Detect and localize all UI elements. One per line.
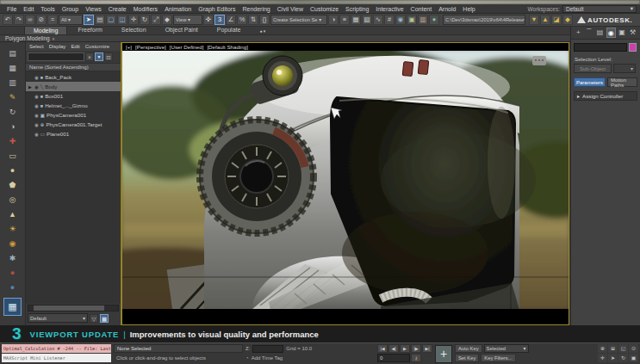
angle-snap-icon[interactable]: ∠ bbox=[226, 15, 236, 25]
sphere-primitive-icon[interactable]: ● bbox=[6, 164, 19, 177]
object-color-swatch[interactable] bbox=[629, 43, 637, 52]
orbit-icon[interactable]: ↻ bbox=[618, 354, 628, 362]
red-material-icon[interactable]: ● bbox=[6, 267, 19, 280]
pan-icon[interactable]: ✛ bbox=[598, 354, 607, 362]
explorer-menu-select[interactable]: Select bbox=[29, 44, 44, 49]
rendered-frame-icon[interactable]: ▥ bbox=[418, 15, 428, 25]
hierarchy-tab-icon[interactable]: ▤ bbox=[595, 28, 605, 38]
workspaces-dropdown[interactable]: Default ▾ bbox=[562, 5, 637, 13]
listener-line[interactable]: MAXScript Mini Listener bbox=[2, 354, 111, 362]
curve-editor-icon[interactable]: ∿ bbox=[373, 15, 383, 25]
undo-icon[interactable]: ↶ bbox=[3, 15, 13, 25]
menu-item[interactable]: Create bbox=[105, 6, 130, 12]
explorer-row-back-pack[interactable]: ◉ ■ Back_Pack bbox=[26, 72, 121, 82]
project-folder-dropdown[interactable]: C:\Dev\3dsmax\2019\x64\4Release ▾ bbox=[443, 15, 525, 25]
select-rotate-icon[interactable]: ↻ bbox=[140, 15, 150, 25]
menu-item[interactable]: Content bbox=[407, 6, 436, 12]
explorer-row-box001[interactable]: ◉ ■ Box001 bbox=[26, 91, 121, 101]
ribbon-panel-bar[interactable]: Polygon Modeling ▾ bbox=[0, 35, 570, 42]
zoom-all-icon[interactable]: ⊞ bbox=[608, 344, 618, 353]
delete-preset-icon[interactable]: ▽ bbox=[90, 314, 98, 323]
explorer-row-body[interactable]: ▶ ◉ ╲ Body bbox=[26, 82, 121, 91]
explorer-row-helmet-gizmo[interactable]: ◉ ■ Helmet_..._Gizmo bbox=[26, 101, 121, 110]
next-frame-button[interactable]: |▶ bbox=[411, 344, 421, 353]
ribbon-tab[interactable]: Selection bbox=[113, 26, 155, 34]
menu-item[interactable]: Customize bbox=[307, 6, 342, 12]
delete-icon[interactable]: ✚ bbox=[6, 135, 19, 148]
layer-manager-icon[interactable]: ▦ bbox=[351, 15, 361, 25]
viewport-shading-menu[interactable]: [Default Shading] bbox=[207, 44, 247, 50]
menu-item[interactable]: Scripting bbox=[342, 6, 372, 12]
viewport-canvas[interactable] bbox=[122, 51, 569, 309]
container-explorer-icon[interactable]: ▥ bbox=[6, 77, 19, 89]
menu-item[interactable]: Views bbox=[82, 6, 105, 12]
explorer-row-physcamera001[interactable]: ◉ ▣ PhysCamera001 bbox=[26, 110, 121, 120]
menu-item[interactable]: Interactive bbox=[372, 6, 407, 12]
zoom-extents-icon[interactable]: ◱ bbox=[618, 344, 628, 353]
reference-coordinate-dropdown[interactable]: View ▾ bbox=[173, 15, 202, 25]
menu-item[interactable]: Edit bbox=[20, 6, 37, 12]
layer-explorer-icon[interactable]: ▦ bbox=[6, 62, 19, 75]
macro-recorder-line[interactable]: Optimal_Calculation # -244 -- File: Last bbox=[2, 344, 111, 353]
previous-frame-button[interactable]: ◀| bbox=[388, 344, 399, 353]
blue-material-icon[interactable]: ● bbox=[6, 281, 19, 294]
menu-item[interactable]: File bbox=[3, 6, 20, 12]
scrollbar-thumb[interactable] bbox=[34, 305, 104, 311]
redo-icon[interactable]: ↷ bbox=[14, 15, 24, 25]
auto-key-button[interactable]: Auto Key bbox=[455, 344, 482, 353]
isolate-selection-button[interactable]: + bbox=[435, 345, 452, 363]
menu-item[interactable]: Civil View bbox=[274, 6, 307, 12]
sub-object-dropdown[interactable]: ▾ bbox=[613, 64, 636, 73]
object-name-field[interactable] bbox=[574, 43, 627, 52]
schematic-view-icon[interactable]: # bbox=[384, 15, 395, 25]
select-by-name-icon[interactable]: ▤ bbox=[95, 15, 105, 25]
render-setup-icon[interactable]: ▣ bbox=[407, 15, 417, 25]
cone-primitive-icon[interactable]: ▲ bbox=[6, 208, 19, 221]
menu-item[interactable]: Tools bbox=[37, 6, 58, 12]
motion-paths-button[interactable]: Motion Paths bbox=[607, 77, 637, 87]
torus-primitive-icon[interactable]: ◎ bbox=[6, 194, 19, 207]
viewport-general-menu[interactable]: [+] bbox=[126, 44, 132, 50]
key-mode-toggle-icon[interactable]: ⚷ bbox=[411, 354, 421, 362]
explorer-search-input[interactable] bbox=[28, 52, 84, 61]
visibility-eye-icon[interactable]: ◉ bbox=[34, 122, 39, 127]
visibility-eye-icon[interactable]: ◉ bbox=[34, 84, 39, 89]
percent-snap-icon[interactable]: % bbox=[237, 15, 247, 25]
z-coordinate-field[interactable] bbox=[252, 345, 283, 353]
ribbon-tab[interactable]: Freeform bbox=[69, 26, 110, 34]
rotate-tool-icon[interactable]: ↻ bbox=[6, 106, 19, 119]
align-icon[interactable]: ≡ bbox=[339, 15, 350, 25]
export-scene-icon[interactable]: ▲ bbox=[540, 15, 550, 25]
explorer-preset-dropdown[interactable]: Default ▾ bbox=[28, 313, 88, 323]
user-account-icon[interactable]: ◆ bbox=[562, 15, 573, 25]
go-to-end-button[interactable]: ▶| bbox=[422, 344, 432, 353]
display-tab-icon[interactable]: ▣ bbox=[617, 28, 626, 38]
menu-item[interactable]: Rendering bbox=[239, 6, 273, 12]
menu-item[interactable]: Help bbox=[459, 6, 478, 12]
strip-active-tool-button[interactable]: ▦ bbox=[3, 298, 22, 316]
assign-controller-rollout[interactable]: ▸ Assign Controller bbox=[574, 91, 637, 101]
select-move-icon[interactable]: ✛ bbox=[128, 15, 139, 25]
viewport-lighting-menu[interactable]: [User Defined] bbox=[170, 44, 204, 50]
snap-toggle-icon[interactable]: 3 bbox=[214, 15, 225, 25]
ribbon-toggle-icon[interactable]: ▧ bbox=[362, 15, 372, 25]
play-button[interactable]: ▶ bbox=[400, 344, 410, 353]
edit-named-sets-icon[interactable]: {} bbox=[259, 15, 270, 25]
omni-light-icon[interactable]: ◉ bbox=[6, 238, 19, 250]
annotate-icon[interactable]: ✎ bbox=[6, 91, 19, 104]
key-filters-button[interactable]: Key Filters... bbox=[481, 354, 515, 362]
menu-item[interactable]: Arnold bbox=[435, 6, 459, 12]
snowflake-icon[interactable]: ✱ bbox=[6, 252, 19, 265]
key-selection-dropdown[interactable]: Selected ▾ bbox=[484, 344, 529, 353]
perspective-viewport[interactable]: [+] [Perspective] [User Defined] [Defaul… bbox=[121, 42, 569, 325]
sunlight-icon[interactable]: ☀ bbox=[6, 223, 19, 236]
go-to-start-button[interactable]: |◀ bbox=[377, 344, 388, 353]
create-tab-icon[interactable]: + bbox=[574, 28, 583, 38]
menu-item[interactable]: Animation bbox=[161, 6, 195, 12]
filter-icon[interactable]: ▼ bbox=[95, 52, 103, 61]
walk-icon[interactable]: ➤ bbox=[608, 354, 618, 362]
explorer-grid-view-icon[interactable]: ▦ bbox=[100, 314, 109, 323]
lock-icon[interactable]: ⊡ bbox=[104, 52, 113, 61]
ribbon-overflow-icon[interactable]: ● ▾ bbox=[251, 28, 274, 34]
maximize-viewport-icon[interactable]: ▣ bbox=[629, 354, 638, 362]
